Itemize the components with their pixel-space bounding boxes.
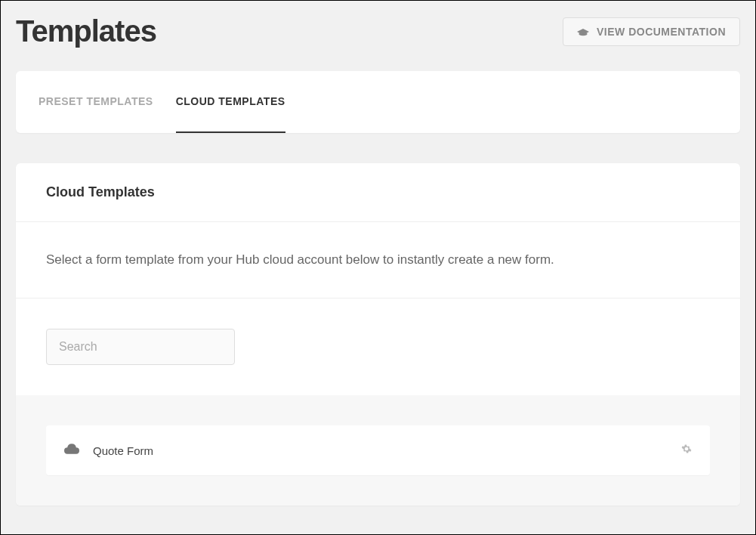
tabs-bar: PRESET TEMPLATES CLOUD TEMPLATES (16, 71, 740, 133)
list-item[interactable]: Quote Form (46, 425, 710, 475)
gear-icon[interactable] (681, 444, 692, 457)
content-card: Cloud Templates Select a form template f… (16, 163, 740, 506)
section-description: Select a form template from your Hub clo… (16, 222, 740, 298)
list-item-label: Quote Form (93, 444, 153, 457)
graduation-cap-icon (577, 27, 589, 36)
template-list: Quote Form (16, 395, 740, 506)
cloud-icon (64, 444, 79, 457)
page-title: Templates (16, 14, 156, 48)
search-input[interactable] (46, 329, 235, 365)
view-documentation-label: VIEW DOCUMENTATION (597, 26, 726, 38)
tab-cloud-templates[interactable]: CLOUD TEMPLATES (176, 71, 285, 133)
section-title: Cloud Templates (46, 184, 710, 200)
tab-preset-templates[interactable]: PRESET TEMPLATES (39, 71, 153, 133)
view-documentation-button[interactable]: VIEW DOCUMENTATION (563, 17, 740, 46)
